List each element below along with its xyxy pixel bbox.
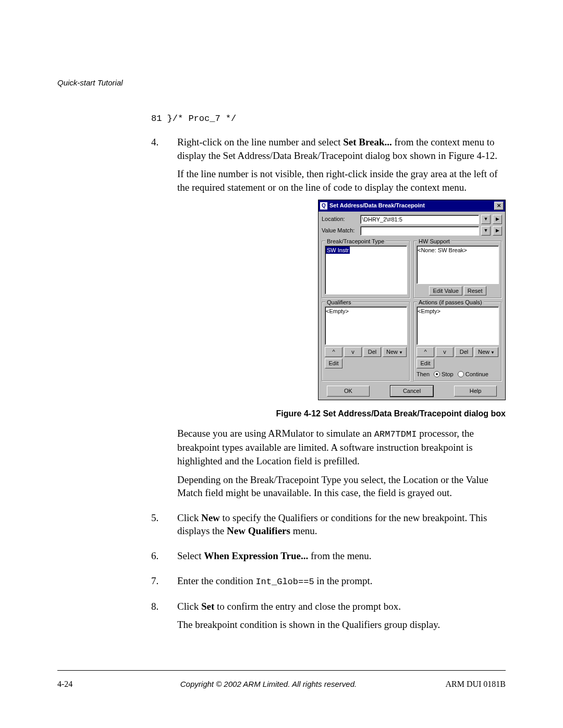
help-button[interactable]: Help bbox=[454, 386, 497, 397]
page-number: 4-24 bbox=[57, 680, 136, 689]
continue-radio[interactable] bbox=[458, 371, 464, 377]
step-number: 7. bbox=[151, 574, 177, 594]
step-number: 5. bbox=[151, 511, 177, 543]
new-button[interactable]: New▼ bbox=[474, 347, 498, 357]
dialog-window: Q Set Address/Data Break/Tracepoint ✕ Lo… bbox=[318, 200, 506, 400]
dropdown-icon[interactable]: ▼ bbox=[481, 215, 491, 224]
copyright: Copyright © 2002 ARM Limited. All rights… bbox=[136, 680, 401, 689]
step-8: 8. Click Set to confirm the entry and cl… bbox=[151, 600, 506, 637]
group-break-type: Break/Tracepoint Type SW Instr bbox=[322, 241, 410, 299]
ui-label: Set bbox=[201, 601, 214, 612]
dialog-figure: Q Set Address/Data Break/Tracepoint ✕ Lo… bbox=[318, 200, 506, 400]
text: in the prompt. bbox=[314, 575, 373, 586]
chevron-down-icon: ▼ bbox=[491, 350, 495, 355]
list-item: <Empty> bbox=[326, 308, 349, 314]
text: Depending on the Break/Tracepoint Type y… bbox=[177, 473, 506, 500]
dropdown-icon[interactable]: ▼ bbox=[481, 226, 491, 236]
close-icon[interactable]: ✕ bbox=[494, 202, 504, 210]
valuematch-label: Value Match: bbox=[322, 227, 358, 235]
running-header: Quick-start Tutorial bbox=[57, 78, 506, 87]
stop-label: Stop bbox=[442, 371, 454, 378]
step-7: 7. Enter the condition Int_Glob==5 in th… bbox=[151, 574, 506, 594]
then-label: Then bbox=[417, 371, 430, 378]
del-button[interactable]: Del bbox=[455, 347, 473, 357]
move-up-button[interactable]: ^ bbox=[417, 347, 434, 357]
text: Click bbox=[177, 601, 201, 612]
step-5: 5. Click New to specify the Qualifiers o… bbox=[151, 511, 506, 543]
group-hw-support: HW Support <None: SW Break> Edit Value R… bbox=[413, 241, 502, 299]
ui-label: New bbox=[201, 512, 220, 523]
break-type-list[interactable]: SW Instr bbox=[325, 245, 407, 294]
reset-button[interactable]: Reset bbox=[464, 286, 486, 296]
stop-radio[interactable] bbox=[434, 371, 440, 377]
ok-button[interactable]: OK bbox=[327, 386, 370, 397]
continue-label: Continue bbox=[466, 371, 488, 378]
arrow-right-icon[interactable]: ▶ bbox=[493, 215, 502, 224]
titlebar[interactable]: Q Set Address/Data Break/Tracepoint ✕ bbox=[319, 200, 505, 212]
hw-support-list[interactable]: <None: SW Break> bbox=[417, 245, 499, 284]
text: Because you are using ARMulator to simul… bbox=[177, 428, 374, 439]
new-button[interactable]: New▼ bbox=[383, 347, 407, 357]
menu-name: Set Break... bbox=[343, 137, 392, 147]
step-4: 4. Right-click on the line number and se… bbox=[151, 135, 506, 505]
text: If the line number is not visible, then … bbox=[177, 167, 506, 194]
ui-label: When Expression True... bbox=[204, 550, 308, 561]
list-item: <None: SW Break> bbox=[418, 247, 467, 253]
move-down-button[interactable]: v bbox=[344, 347, 362, 357]
edit-button[interactable]: Edit bbox=[417, 359, 434, 368]
del-button[interactable]: Del bbox=[363, 347, 381, 357]
ui-label: New Qualifiers bbox=[227, 525, 290, 536]
inline-code: Int_Glob==5 bbox=[255, 577, 314, 587]
group-legend: HW Support bbox=[417, 238, 451, 245]
figure-caption: Figure 4-12 Set Address/Data Break/Trace… bbox=[177, 408, 506, 419]
text: Right-click on the line number and selec… bbox=[177, 137, 343, 147]
edit-button[interactable]: Edit bbox=[325, 359, 342, 368]
footer-rule bbox=[57, 670, 506, 671]
actions-list[interactable]: <Empty> bbox=[417, 306, 499, 345]
step-6: 6. Select When Expression True... from t… bbox=[151, 549, 506, 568]
arrow-right-icon[interactable]: ▶ bbox=[493, 226, 502, 236]
list-item[interactable]: SW Instr bbox=[326, 246, 350, 254]
text: to confirm the entry and close the promp… bbox=[214, 601, 401, 612]
text: The breakpoint condition is shown in the… bbox=[177, 618, 506, 632]
location-input[interactable]: \DHRY_2\#81:5 bbox=[360, 215, 479, 224]
step-number: 6. bbox=[151, 549, 177, 568]
group-legend: Qualifiers bbox=[325, 299, 352, 306]
text: menu. bbox=[290, 525, 317, 536]
list-item: <Empty> bbox=[418, 308, 440, 314]
chevron-down-icon: ▼ bbox=[399, 350, 403, 355]
window-title: Set Address/Data Break/Tracepoint bbox=[329, 202, 425, 209]
step-number: 8. bbox=[151, 600, 177, 637]
doc-id: ARM DUI 0181B bbox=[401, 680, 506, 689]
edit-value-button[interactable]: Edit Value bbox=[429, 286, 462, 296]
group-qualifiers: Qualifiers <Empty> ^ v Del New▼ bbox=[322, 302, 410, 381]
text: Select bbox=[177, 550, 204, 561]
footer: 4-24 Copyright © 2002 ARM Limited. All r… bbox=[57, 680, 506, 689]
cancel-button[interactable]: Cancel bbox=[390, 386, 433, 397]
qualifiers-list[interactable]: <Empty> bbox=[325, 306, 407, 345]
move-down-button[interactable]: v bbox=[436, 347, 454, 357]
text: to specify the Qualifiers or conditions … bbox=[177, 512, 487, 537]
location-label: Location: bbox=[322, 215, 358, 223]
text: Click bbox=[177, 512, 201, 523]
group-legend: Break/Tracepoint Type bbox=[325, 238, 386, 245]
text: Enter the condition bbox=[177, 575, 255, 586]
move-up-button[interactable]: ^ bbox=[325, 347, 342, 357]
code-line: 81 }/* Proc_7 */ bbox=[151, 113, 506, 125]
body-content: 81 }/* Proc_7 */ 4. Right-click on the l… bbox=[151, 113, 506, 637]
group-legend: Actions (if passes Quals) bbox=[417, 299, 484, 306]
page: Quick-start Tutorial 81 }/* Proc_7 */ 4.… bbox=[0, 0, 563, 728]
step-number: 4. bbox=[151, 135, 177, 505]
group-actions: Actions (if passes Quals) <Empty> ^ v De… bbox=[413, 302, 502, 381]
valuematch-input[interactable] bbox=[360, 226, 479, 236]
inline-code: ARM7TDMI bbox=[374, 429, 417, 439]
text: from the menu. bbox=[308, 550, 371, 561]
app-icon: Q bbox=[320, 202, 327, 209]
